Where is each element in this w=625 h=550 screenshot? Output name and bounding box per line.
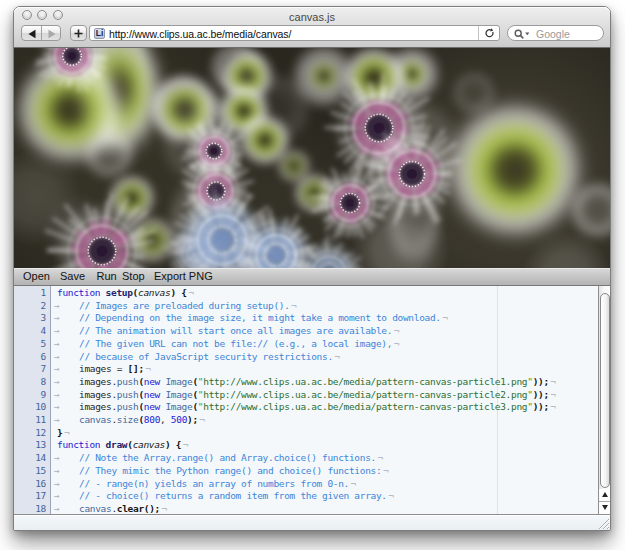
eol-mark: ¬ (291, 300, 296, 311)
line-number: 6 (14, 351, 46, 364)
token: // The animation will start once all ima… (79, 325, 392, 336)
token: Image (165, 389, 192, 400)
line-number: 12 (14, 427, 46, 440)
token: canvas (79, 503, 111, 514)
search-icon (513, 27, 533, 45)
code-line[interactable]: →images = [];¬ (57, 363, 598, 376)
tab-mark: → (52, 338, 79, 351)
code-line[interactable]: →// The given URL can not be file:// (e.… (57, 338, 598, 351)
site-favicon: Li (94, 28, 105, 39)
code-line[interactable]: →images.push(new Image("http://www.clips… (57, 376, 598, 389)
forward-arrow-icon[interactable] (47, 29, 57, 39)
scrollbar-buttons (599, 489, 610, 514)
menu-item-export-png[interactable]: Export PNG (154, 270, 213, 282)
plus-icon (74, 29, 83, 38)
token: clear (117, 503, 144, 514)
menu-item-run[interactable]: Run (97, 270, 117, 282)
code-line[interactable]: →// because of JavaScript security restr… (57, 351, 598, 364)
token: // Note the Array.range() and Array.choi… (79, 452, 376, 463)
token: canvas (79, 414, 111, 425)
vertical-scrollbar[interactable] (598, 286, 610, 514)
token: // They mimic the Python range() and cho… (79, 465, 381, 476)
token: function (57, 287, 100, 298)
resize-grip-icon[interactable] (596, 516, 610, 530)
tab-mark: → (52, 376, 79, 389)
token: , (160, 414, 171, 425)
eol-mark: ¬ (383, 465, 388, 476)
menu-item-stop[interactable]: Stop (122, 270, 145, 282)
tab-mark: → (52, 363, 79, 376)
line-number: 4 (14, 325, 46, 338)
url-text: http://www.clips.ua.ac.be/media/canvas/ (109, 28, 291, 40)
token: 500 (171, 414, 187, 425)
history-buttons (21, 25, 61, 41)
scroll-up-arrow-icon[interactable] (602, 492, 608, 497)
code-line[interactable]: →canvas.size(800, 500);¬ (57, 414, 598, 427)
code-line[interactable]: →// Depending on the image size, it migh… (57, 312, 598, 325)
window-title: canvas.js (14, 11, 610, 23)
title-bar[interactable]: canvas.js Li http://www.clips.ua.ac.be/m… (14, 7, 610, 48)
code-line[interactable]: →// - range(n) yields an array of number… (57, 478, 598, 491)
address-bar[interactable]: Li http://www.clips.ua.ac.be/media/canva… (89, 25, 500, 41)
token: http://www.clips.ua.ac.be/media/pattern-… (203, 389, 527, 400)
eol-mark: ¬ (350, 478, 355, 489)
tab-mark: → (52, 351, 79, 364)
code-line[interactable]: →// Images are preloaded during setup().… (57, 300, 598, 313)
code-line[interactable]: →// - choice() returns a random item fro… (57, 490, 598, 503)
editor-menubar: OpenSaveRunStopExport PNG (14, 268, 610, 286)
reload-button[interactable] (478, 26, 499, 40)
token: )); (533, 376, 549, 387)
token: []; (128, 363, 144, 374)
eol-mark: ¬ (394, 325, 399, 336)
token: canvas (138, 287, 170, 298)
menu-item-save[interactable]: Save (60, 270, 85, 282)
token: // - choice() returns a random item from… (79, 490, 387, 501)
token: // Images are preloaded during setup(). (79, 300, 290, 311)
code-line[interactable]: →// They mimic the Python range() and ch… (57, 465, 598, 478)
menu-item-open[interactable]: Open (23, 270, 50, 282)
code-line[interactable]: →// Note the Array.range() and Array.cho… (57, 452, 598, 465)
line-number: 18 (14, 503, 46, 516)
token: 800 (144, 414, 160, 425)
token: // because of JavaScript security restri… (79, 351, 333, 362)
code-line[interactable]: →// The animation will start once all im… (57, 325, 598, 338)
line-number: 16 (14, 478, 46, 491)
eol-mark: ¬ (145, 363, 150, 374)
eol-mark: ¬ (183, 439, 188, 450)
token: { (181, 287, 186, 298)
token: )); (533, 401, 549, 412)
eol-mark: ¬ (188, 287, 193, 298)
line-number: 5 (14, 338, 46, 351)
code-line[interactable]: function setup(canvas) {¬ (57, 287, 598, 300)
scroll-down-arrow-icon[interactable] (602, 505, 608, 510)
tab-mark: → (52, 503, 79, 514)
token: )); (533, 389, 549, 400)
eol-mark: ¬ (550, 401, 555, 412)
eol-mark: ¬ (377, 452, 382, 463)
code-line[interactable]: }¬ (57, 427, 598, 440)
search-placeholder: Google (536, 28, 570, 40)
eol-mark: ¬ (334, 351, 339, 362)
eol-mark: ¬ (64, 427, 69, 438)
tab-mark: → (52, 325, 79, 338)
eol-mark: ¬ (394, 338, 399, 349)
token: push (117, 389, 139, 400)
token: setup (106, 287, 133, 298)
eol-mark: ¬ (199, 414, 204, 425)
code-line[interactable]: →canvas.clear();¬ (57, 503, 598, 514)
scrollbar-thumb[interactable] (600, 293, 610, 488)
line-number-gutter: 123456789101112131415161718 (14, 286, 51, 514)
new-tab-button[interactable] (70, 25, 87, 41)
search-field[interactable]: Google (507, 25, 604, 41)
token: http://www.clips.ua.ac.be/media/pattern-… (203, 401, 527, 412)
token: canvas (133, 439, 165, 450)
code-line[interactable]: →images.push(new Image("http://www.clips… (57, 401, 598, 414)
code-area[interactable]: function setup(canvas) {¬→// Images are … (52, 286, 598, 514)
code-line[interactable]: function draw(canvas) {¬ (57, 439, 598, 452)
line-number: 14 (14, 452, 46, 465)
tab-mark: → (52, 452, 79, 465)
code-line[interactable]: →images.push(new Image("http://www.clips… (57, 389, 598, 402)
back-arrow-icon[interactable] (27, 29, 37, 39)
line-number: 17 (14, 490, 46, 503)
token: size (117, 414, 139, 425)
